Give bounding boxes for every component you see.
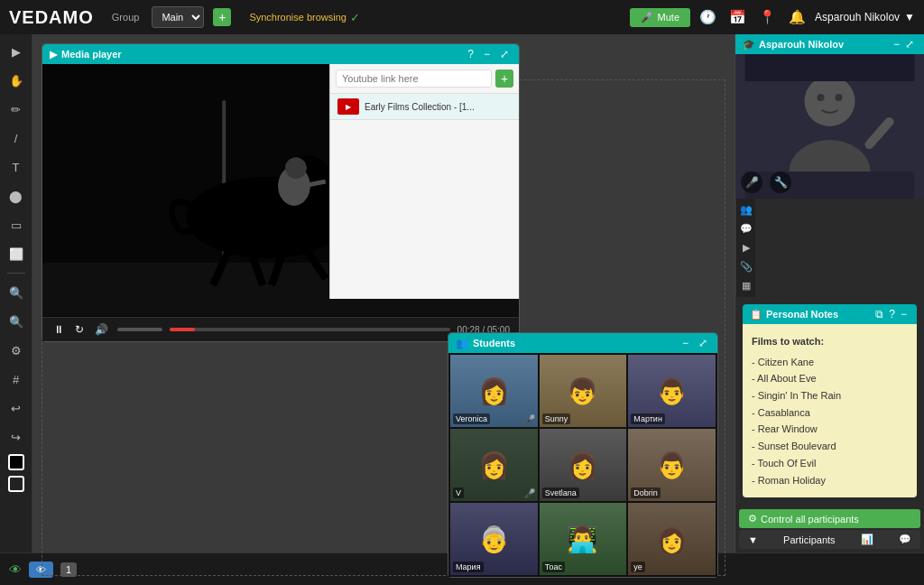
media-minimize-button[interactable]: − bbox=[481, 48, 493, 60]
participants-panel-icon[interactable]: 👥 bbox=[740, 204, 753, 216]
students-minimize-button[interactable]: − bbox=[679, 337, 691, 349]
tool-box[interactable]: ⬜ bbox=[5, 242, 28, 265]
chat-panel-icon[interactable]: 💬 bbox=[740, 223, 753, 235]
notes-body[interactable]: Films to watch: - Citizen Kane - All Abo… bbox=[743, 324, 917, 497]
media-expand-button[interactable]: ⤢ bbox=[497, 48, 512, 60]
students-icon: 👥 bbox=[456, 338, 468, 349]
video-mic-button[interactable]: 🎤 bbox=[741, 172, 762, 193]
student-face: 👦 bbox=[567, 376, 598, 406]
student-cell-ye: 👩 ye bbox=[628, 503, 716, 575]
eye-icon-small: 👁 bbox=[36, 564, 46, 575]
add-group-button[interactable]: + bbox=[213, 8, 231, 26]
chart-icon: 📊 bbox=[861, 534, 873, 545]
participants-label: Participants bbox=[783, 534, 835, 545]
tool-color[interactable] bbox=[8, 454, 24, 470]
grid-panel-icon[interactable]: ▦ bbox=[742, 280, 751, 292]
yt-input-row: + bbox=[330, 64, 519, 94]
yt-list-item[interactable]: ▶ Early Films Collection - [1... bbox=[330, 94, 519, 120]
media-player-widget: ▶ Media player ? − ⤢ bbox=[42, 43, 520, 342]
tool-settings[interactable]: ⚙ bbox=[5, 339, 28, 362]
mute-button[interactable]: 🎤 Mute bbox=[630, 8, 690, 27]
tool-text[interactable]: T bbox=[5, 155, 28, 179]
video-expand-button[interactable]: ⤢ bbox=[902, 38, 917, 51]
tool-line[interactable]: / bbox=[5, 126, 28, 150]
progress-bar[interactable] bbox=[170, 328, 450, 331]
tool-undo[interactable]: ↩ bbox=[5, 396, 28, 420]
media-help-button[interactable]: ? bbox=[465, 48, 476, 60]
video-wrench-button[interactable]: 🔧 bbox=[770, 172, 791, 193]
group-select[interactable]: Main bbox=[152, 6, 204, 28]
arrow-icon: ▼ bbox=[748, 534, 758, 545]
yt-add-button[interactable]: + bbox=[495, 70, 513, 88]
student-name-veronica: Veronica bbox=[453, 413, 490, 424]
bottom-right-buttons: ⚙ Control all participants ▼ Participant… bbox=[735, 506, 924, 552]
tool-zoom-in[interactable]: 🔍 bbox=[5, 281, 28, 304]
student-face: 👵 bbox=[478, 525, 510, 554]
students-header[interactable]: 👥 Students − ⤢ bbox=[448, 333, 717, 353]
student-name-svetlana: Svetlana bbox=[542, 488, 579, 498]
tool-cursor[interactable]: ▶ bbox=[5, 40, 28, 63]
notes-header[interactable]: 📋 Personal Notes ⧉ ? − bbox=[743, 304, 917, 324]
tool-grid[interactable]: # bbox=[5, 367, 28, 391]
notes-item-3: - Singin' In The Rain bbox=[752, 387, 908, 404]
notes-item-8: - Roman Holiday bbox=[752, 472, 908, 489]
calendar-icon[interactable]: 📅 bbox=[729, 9, 746, 25]
top-icons: 🕐 📅 📍 🔔 bbox=[699, 9, 806, 25]
bell-icon[interactable]: 🔔 bbox=[789, 9, 806, 25]
toolbar-divider bbox=[7, 273, 25, 274]
volume-button[interactable]: 🔊 bbox=[93, 323, 110, 336]
participants-button[interactable]: ▼ Participants 📊 💬 bbox=[739, 530, 920, 549]
canvas-area[interactable]: ▶ Media player ? − ⤢ bbox=[32, 34, 735, 585]
student-face: 👩 bbox=[656, 525, 688, 554]
tool-rect[interactable]: ▭ bbox=[5, 213, 28, 237]
tool-redo[interactable]: ↪ bbox=[5, 425, 28, 449]
student-name-dobrin: Dobrin bbox=[631, 488, 661, 498]
clock-icon[interactable]: 🕐 bbox=[699, 9, 716, 25]
media-player-header[interactable]: ▶ Media player ? − ⤢ bbox=[42, 44, 519, 64]
svg-rect-19 bbox=[745, 54, 915, 81]
user-menu-button[interactable]: Asparouh Nikolov ▼ bbox=[815, 11, 915, 23]
video-minimize-button[interactable]: − bbox=[891, 38, 902, 51]
sync-button[interactable]: Synchronise browsing ✓ bbox=[249, 11, 360, 24]
student-name-ye: ye bbox=[631, 562, 645, 572]
media-content: + ▶ Early Films Collection - [1... ⏸ ↻ bbox=[42, 64, 519, 341]
youtube-input[interactable] bbox=[336, 70, 492, 88]
location-icon[interactable]: 📍 bbox=[759, 9, 776, 25]
replay-button[interactable]: ↻ bbox=[73, 323, 86, 336]
svg-point-18 bbox=[836, 94, 843, 101]
notes-item-1: - Citizen Kane bbox=[752, 354, 908, 371]
eye-icon[interactable]: 👁 bbox=[9, 562, 22, 577]
attachments-panel-icon[interactable]: 📎 bbox=[740, 261, 753, 273]
student-face: 👩 bbox=[478, 376, 510, 406]
tool-color-outline[interactable] bbox=[8, 476, 24, 492]
notes-heading: Films to watch: bbox=[752, 333, 908, 350]
control-all-participants-button[interactable]: ⚙ Control all participants bbox=[739, 509, 920, 528]
volume-slider[interactable] bbox=[117, 328, 162, 331]
tool-hand[interactable]: ✋ bbox=[5, 69, 28, 92]
main-area: ▶ ✋ ✏ / T ⬤ ▭ ⬜ 🔍 🔍 ⚙ # ↩ ↪ ▶ Media play… bbox=[0, 34, 924, 585]
notes-copy-button[interactable]: ⧉ bbox=[873, 308, 886, 320]
view-toggle-button[interactable]: 👁 bbox=[29, 562, 53, 578]
notes-minimize-button[interactable]: − bbox=[898, 308, 910, 320]
chevron-down-icon: ▼ bbox=[904, 11, 915, 23]
video-area: + ▶ Early Films Collection - [1... bbox=[42, 64, 519, 317]
tool-pen[interactable]: ✏ bbox=[5, 98, 28, 121]
username-label: Asparouh Nikolov bbox=[815, 11, 900, 23]
tool-circle[interactable]: ⬤ bbox=[5, 184, 28, 208]
student-name-toas: Тоас bbox=[542, 562, 565, 572]
play-pause-button[interactable]: ⏸ bbox=[51, 323, 66, 336]
notes-help-button[interactable]: ? bbox=[886, 308, 898, 320]
yt-item-title: Early Films Collection - [1... bbox=[365, 102, 512, 112]
students-expand-button[interactable]: ⤢ bbox=[696, 337, 710, 349]
video-panel-icon[interactable]: ▶ bbox=[743, 242, 750, 254]
student-face: 👨 bbox=[656, 450, 688, 480]
video-frame: 🎤 🔧 bbox=[735, 54, 924, 199]
yt-thumbnail: ▶ bbox=[337, 98, 359, 115]
student-cell-sunny: 👦 Sunny bbox=[540, 355, 627, 427]
student-face: 👩 bbox=[567, 450, 598, 480]
tool-zoom-out[interactable]: 🔍 bbox=[5, 310, 28, 333]
mic-icon: 🎤 bbox=[641, 12, 653, 23]
video-user-name: Asparouh Nikolov bbox=[759, 39, 891, 50]
viewer-count: 1 bbox=[60, 562, 77, 577]
video-widget-header[interactable]: 🎓 Asparouh Nikolov − ⤢ bbox=[735, 34, 924, 54]
